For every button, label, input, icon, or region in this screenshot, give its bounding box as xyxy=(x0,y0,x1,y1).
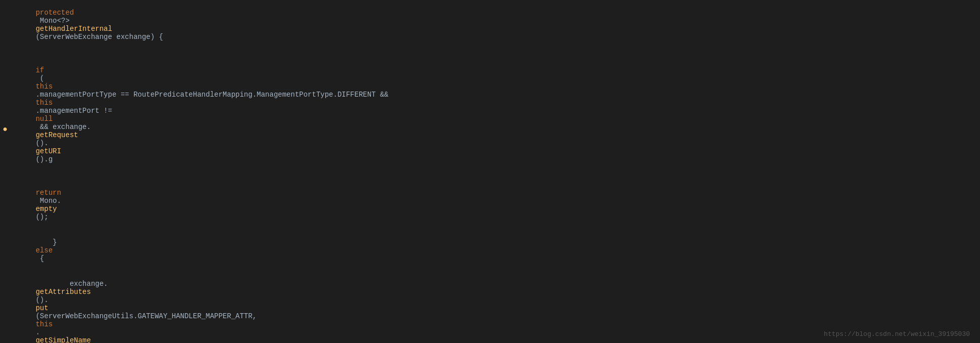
keyword-if: if xyxy=(35,66,44,74)
code-line-3: return Mono. empty (); xyxy=(0,172,980,230)
code-line-4: } else { xyxy=(0,230,980,271)
plain-12: (ServerWebExchangeUtils.GATEWAY_HANDLER_… xyxy=(35,312,261,320)
gutter-bookmark: ● xyxy=(2,123,8,136)
keyword-protected: protected xyxy=(35,9,74,17)
method-getAttributes1: getAttributes xyxy=(35,288,91,296)
plain-5: && exchange. xyxy=(35,123,91,131)
plain-11: (). xyxy=(35,296,48,304)
plain-2: ( xyxy=(35,74,44,82)
plain-9: (); xyxy=(35,213,48,221)
method-name: getHandlerInternal xyxy=(35,25,112,33)
method-getURI: getURI xyxy=(35,147,61,155)
indent4: } xyxy=(35,238,61,246)
keyword-return1: return xyxy=(35,189,61,197)
indent2 xyxy=(35,58,53,66)
keyword-this1: this xyxy=(35,82,53,91)
indent3 xyxy=(35,181,69,189)
keyword-this3: this xyxy=(35,320,53,328)
method-empty1: empty xyxy=(35,205,57,213)
plain-6: (). xyxy=(35,139,48,147)
method-getSimpleName: getSimpleName xyxy=(35,336,91,343)
line-content-1: protected Mono<?> getHandlerInternal (Se… xyxy=(0,1,980,49)
line-content-3: return Mono. empty (); xyxy=(0,173,980,229)
plain-10: { xyxy=(35,254,44,263)
plain-4: .managementPort != xyxy=(35,107,116,115)
plain-8: Mono. xyxy=(35,197,61,205)
method-put: put xyxy=(35,304,48,312)
code-line-1: protected Mono<?> getHandlerInternal (Se… xyxy=(0,0,980,50)
code-container: protected Mono<?> getHandlerInternal (Se… xyxy=(0,0,980,343)
keyword-this2: this xyxy=(35,99,53,107)
paren-open: (ServerWebExchange exchange) { xyxy=(35,33,163,41)
keyword-null: null xyxy=(35,115,53,123)
indent5: exchange. xyxy=(35,280,108,288)
line-content-2: if ( this .managementPortType == RoutePr… xyxy=(0,50,980,172)
plain-13: . xyxy=(35,328,39,336)
plain-3: .managementPortType == RoutePredicateHan… xyxy=(35,91,393,99)
watermark: https://blog.csdn.net/weixin_39195030 xyxy=(824,330,970,338)
code-line-2: if ( this .managementPortType == RoutePr… xyxy=(0,50,980,172)
keyword-else: else xyxy=(35,246,53,254)
space: Mono<?> xyxy=(35,17,74,25)
line-content-4: } else { xyxy=(0,230,980,271)
method-getRequest: getRequest xyxy=(35,131,78,139)
plain-7: ().g xyxy=(35,155,53,163)
